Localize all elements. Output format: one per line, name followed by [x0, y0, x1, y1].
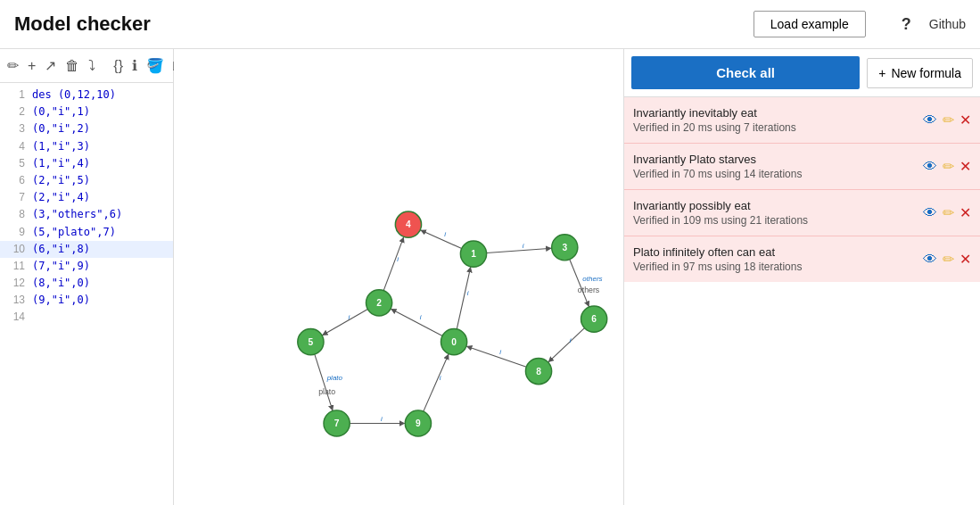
- new-formula-label: New formula: [891, 66, 961, 80]
- edge-label: i: [523, 242, 524, 250]
- formula-text: Invariantly inevitably eat Verified in 2…: [633, 106, 916, 134]
- code-line: 8(3,"others",6): [0, 206, 173, 223]
- graph-edge: [466, 346, 526, 367]
- graph-node[interactable]: 3: [552, 235, 578, 261]
- node-label: 9: [416, 418, 421, 428]
- view-icon[interactable]: 👁: [923, 252, 937, 268]
- graph-edge: [322, 310, 367, 335]
- line-number: 8: [4, 206, 25, 223]
- edge-label: i: [467, 289, 469, 297]
- graph-node[interactable]: 7: [324, 410, 350, 436]
- formula-result: Verified in 97 ms using 18 iterations: [633, 261, 916, 273]
- new-formula-button[interactable]: + New formula: [867, 58, 973, 88]
- node-label: 1: [471, 249, 476, 259]
- code-content: (1,"i",3): [32, 138, 90, 155]
- edge-label: i: [381, 415, 383, 423]
- line-number: 13: [4, 292, 25, 309]
- edit-formula-icon[interactable]: ✏: [943, 112, 954, 128]
- plato-label: plato: [318, 387, 335, 396]
- graph-edge: [487, 248, 552, 252]
- new-formula-plus-icon: +: [878, 66, 885, 80]
- graph-node[interactable]: 6: [581, 306, 607, 332]
- edge-label: i: [499, 348, 501, 356]
- formula-result: Verified in 70 ms using 14 iterations: [633, 168, 916, 180]
- graph-edge: [457, 267, 471, 329]
- code-line: 14: [0, 309, 173, 326]
- formula-text: Invariantly possibly eat Verified in 109…: [633, 199, 916, 227]
- node-label: 3: [562, 243, 567, 252]
- code-content: (5,"plato",7): [32, 224, 116, 241]
- delete-icon[interactable]: 🗑: [65, 58, 79, 74]
- graph-node[interactable]: 0: [441, 329, 466, 355]
- edge-label: i: [440, 374, 441, 382]
- editor-toolbar: ✏ + ↗ 🗑 ⤵ {} ℹ 🪣 □ +: [0, 49, 173, 83]
- edit-icon[interactable]: ✏: [7, 57, 19, 74]
- graph-edge: [391, 309, 442, 335]
- formula-name: Invariantly Plato starves: [633, 153, 916, 166]
- edge-label: others: [582, 275, 602, 283]
- edit-formula-icon[interactable]: ✏: [943, 251, 954, 268]
- code-content: (7,"i",9): [32, 258, 90, 275]
- node-label: 4: [406, 219, 411, 229]
- line-number: 6: [4, 172, 25, 189]
- formula-toolbar: Check all + New formula: [624, 49, 980, 97]
- delete-formula-icon[interactable]: ✕: [959, 204, 971, 221]
- code-content: (1,"i",4): [32, 155, 90, 172]
- delete-formula-icon[interactable]: ✕: [959, 112, 971, 128]
- line-number: 2: [4, 103, 25, 120]
- graph-node[interactable]: 4: [395, 211, 421, 237]
- code-content: des (0,12,10): [32, 87, 116, 103]
- add-icon[interactable]: +: [28, 58, 36, 74]
- graph-node[interactable]: 2: [366, 290, 391, 316]
- view-icon[interactable]: 👁: [923, 205, 937, 221]
- graph-svg: iiiiiiothersplatoiiii0123456789otherspla…: [174, 49, 623, 505]
- node-label: 2: [376, 298, 382, 308]
- view-icon[interactable]: 👁: [923, 159, 937, 175]
- braces-icon[interactable]: {}: [113, 58, 123, 74]
- code-line: 1des (0,12,10): [0, 87, 173, 103]
- formula-text: Plato infinitely often can eat Verified …: [633, 245, 916, 273]
- load-example-button[interactable]: Load example: [754, 11, 866, 37]
- line-number: 11: [4, 258, 25, 275]
- merge-icon[interactable]: ⤵: [88, 58, 95, 74]
- code-line: 11(7,"i",9): [0, 258, 173, 275]
- graph-edge: [570, 260, 589, 307]
- edit-formula-icon[interactable]: ✏: [943, 204, 954, 221]
- edge-label: i: [348, 313, 350, 321]
- graph-node[interactable]: 9: [405, 410, 431, 436]
- formula-item: Invariantly inevitably eat Verified in 2…: [624, 97, 980, 144]
- graph-edge: [548, 328, 585, 362]
- line-number: 4: [4, 138, 25, 155]
- edit-formula-icon[interactable]: ✏: [943, 158, 954, 175]
- edge-label: i: [397, 255, 399, 263]
- app-title: Model checker: [14, 12, 151, 36]
- view-icon[interactable]: 👁: [923, 112, 937, 128]
- line-number: 9: [4, 224, 25, 241]
- paint-icon[interactable]: 🪣: [146, 57, 164, 74]
- formula-list: Invariantly inevitably eat Verified in 2…: [624, 97, 980, 505]
- info-icon[interactable]: ℹ: [132, 57, 137, 74]
- delete-formula-icon[interactable]: ✕: [959, 158, 971, 175]
- formula-item: Plato infinitely often can eat Verified …: [624, 236, 980, 282]
- code-content: (0,"i",1): [32, 103, 90, 120]
- graph-node[interactable]: 8: [525, 358, 551, 384]
- check-all-button[interactable]: Check all: [631, 56, 860, 89]
- edge-label: i: [570, 336, 572, 344]
- graph-node[interactable]: 5: [298, 329, 324, 355]
- formula-name: Plato infinitely often can eat: [633, 245, 916, 259]
- code-content: (3,"others",6): [32, 206, 122, 223]
- formula-result: Verified in 109 ms using 21 iterations: [633, 214, 916, 227]
- code-content: (9,"i",0): [32, 292, 90, 309]
- line-number: 12: [4, 275, 25, 292]
- github-link[interactable]: Github: [929, 17, 966, 31]
- delete-formula-icon[interactable]: ✕: [959, 251, 971, 268]
- graph-node[interactable]: 1: [460, 241, 486, 267]
- code-line: 5(1,"i",4): [0, 155, 173, 172]
- line-number: 3: [4, 120, 25, 137]
- arrow-icon[interactable]: ↗: [45, 57, 56, 74]
- graph-edge: [383, 236, 404, 290]
- node-label: 7: [334, 418, 340, 428]
- code-area[interactable]: 1des (0,12,10)2(0,"i",1)3(0,"i",2)4(1,"i…: [0, 83, 173, 505]
- help-button[interactable]: ?: [902, 15, 911, 34]
- formula-panel: Check all + New formula Invariantly inev…: [623, 49, 980, 505]
